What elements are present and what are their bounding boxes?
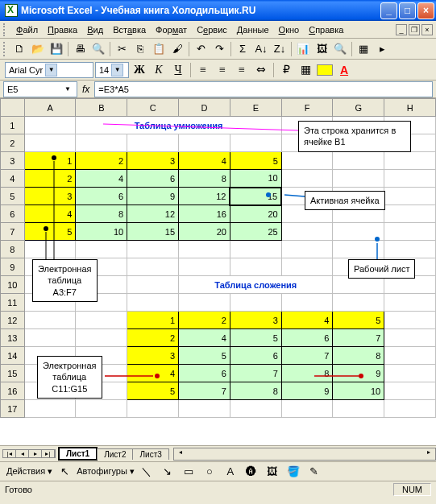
row-header-2[interactable]: 2	[1, 134, 25, 152]
row-header-17[interactable]: 17	[1, 400, 25, 418]
cell-D6[interactable]: 16	[179, 205, 230, 223]
cut-icon[interactable]: ✂	[113, 40, 131, 58]
horizontal-scrollbar[interactable]: ◂▸	[173, 448, 436, 461]
paste-icon[interactable]: 📋	[150, 40, 168, 58]
cell-H16[interactable]	[384, 382, 436, 400]
undo-icon[interactable]: ↶	[192, 40, 210, 58]
currency-icon[interactable]: ₽	[277, 61, 295, 79]
cell-E15[interactable]: 7	[230, 365, 281, 382]
font-color-icon[interactable]: A	[335, 61, 353, 79]
cell-E8[interactable]	[230, 241, 281, 258]
cell-F13[interactable]: 6	[281, 329, 333, 347]
cell-D14[interactable]: 5	[179, 347, 230, 365]
row-header-6[interactable]: 6	[1, 205, 25, 223]
cell-G13[interactable]: 7	[333, 329, 384, 347]
drawing-icon[interactable]: 🖼	[313, 40, 330, 58]
cell-D4[interactable]: 8	[179, 170, 230, 188]
sort-desc-icon[interactable]: Z↓	[271, 40, 289, 58]
menu-insert[interactable]: Вставка	[108, 23, 151, 36]
cell-G16[interactable]: 10	[333, 382, 384, 400]
toolbar-grip[interactable]	[3, 23, 8, 36]
cell-D8[interactable]	[179, 241, 230, 258]
menu-format[interactable]: Формат	[151, 23, 192, 36]
cell-B17[interactable]	[76, 400, 127, 418]
cell-B8[interactable]	[76, 241, 127, 258]
italic-button[interactable]: К	[150, 61, 168, 79]
cell-A2[interactable]	[24, 134, 76, 152]
fill-icon[interactable]: 🪣	[284, 463, 302, 481]
row-header-14[interactable]: 14	[1, 347, 25, 365]
align-right-icon[interactable]: ≡	[233, 61, 251, 79]
bold-button[interactable]: Ж	[131, 61, 148, 79]
row-header-12[interactable]: 12	[1, 312, 25, 329]
cell-H13[interactable]	[384, 329, 436, 347]
cell-D15[interactable]: 6	[179, 365, 230, 382]
row-header-3[interactable]: 3	[1, 152, 25, 170]
clipart-icon[interactable]: 🖼	[264, 463, 281, 481]
window-close-button[interactable]: ×	[417, 2, 434, 19]
cell-C5[interactable]: 9	[127, 188, 179, 205]
cell-B7[interactable]: 10	[76, 223, 127, 241]
cell-F14[interactable]: 7	[281, 347, 333, 365]
cell-C15[interactable]: 4	[127, 365, 179, 382]
cell-C6[interactable]: 12	[127, 205, 179, 223]
cell-G3[interactable]	[333, 152, 384, 170]
row-header-11[interactable]: 11	[1, 294, 25, 312]
cell-F12[interactable]: 4	[281, 312, 333, 329]
cell-G15[interactable]: 9	[333, 365, 384, 382]
cell-C12[interactable]: 1	[127, 312, 179, 329]
cell-C16[interactable]: 5	[127, 382, 179, 400]
window-maximize-button[interactable]: □	[399, 2, 416, 19]
cell-H5[interactable]	[384, 188, 436, 205]
cell-B4[interactable]: 4	[76, 170, 127, 188]
line-icon[interactable]: ＼	[138, 463, 156, 481]
row-header-13[interactable]: 13	[1, 329, 25, 347]
mdi-restore-button[interactable]: ❐	[409, 24, 420, 35]
row-header-16[interactable]: 16	[1, 382, 25, 400]
cell-G17[interactable]	[333, 400, 384, 418]
cell-G4[interactable]	[333, 170, 384, 188]
chevron-down-icon[interactable]: ▼	[45, 64, 57, 76]
select-arrow-icon[interactable]: ↖	[56, 463, 73, 481]
open-icon[interactable]: 📂	[29, 40, 47, 58]
cell-E11[interactable]	[230, 294, 281, 312]
cell-H14[interactable]	[384, 347, 436, 365]
row-header-5[interactable]: 5	[1, 188, 25, 205]
cell-H6[interactable]	[384, 205, 436, 223]
merge-center-icon[interactable]: ⇔	[252, 61, 270, 79]
cell-B13[interactable]	[76, 329, 127, 347]
window-minimize-button[interactable]: _	[380, 2, 397, 19]
chevron-down-icon[interactable]: ▼	[111, 64, 123, 76]
sort-asc-icon[interactable]: A↓	[252, 40, 270, 58]
cell-A13[interactable]	[24, 329, 76, 347]
wordart-icon[interactable]: 🅐	[243, 463, 260, 481]
cell-D12[interactable]: 2	[179, 312, 230, 329]
cell-F9[interactable]	[281, 258, 333, 276]
col-header-D[interactable]: D	[179, 99, 230, 117]
cell-C9[interactable]	[127, 258, 179, 276]
cell-G7[interactable]	[333, 223, 384, 241]
cell-F8[interactable]	[281, 241, 333, 258]
cell-D5[interactable]: 12	[179, 188, 230, 205]
textbox-icon[interactable]: A	[222, 463, 239, 481]
cell-D16[interactable]: 7	[179, 382, 230, 400]
cell-G14[interactable]: 8	[333, 347, 384, 365]
cell-B1[interactable]: Таблица умножения	[76, 117, 281, 134]
cell-C11[interactable]	[127, 294, 179, 312]
tab-sheet2[interactable]: Лист2	[97, 448, 133, 460]
tab-sheet1[interactable]: Лист1	[58, 447, 98, 461]
cell-C2[interactable]	[127, 134, 179, 152]
line-color-icon[interactable]: ✎	[305, 463, 323, 481]
cell-E3[interactable]: 5	[230, 152, 281, 170]
cell-H3[interactable]	[384, 152, 436, 170]
more-icon[interactable]: ▸	[373, 40, 391, 58]
tab-sheet3[interactable]: Лист3	[132, 448, 168, 460]
cell-A17[interactable]	[24, 400, 76, 418]
cell-D9[interactable]	[179, 258, 230, 276]
cell-B6[interactable]: 8	[76, 205, 127, 223]
row-header-10[interactable]: 10	[1, 276, 25, 294]
cell-E12[interactable]: 3	[230, 312, 281, 329]
cell-F15[interactable]: 8	[281, 365, 333, 382]
cell-F17[interactable]	[281, 400, 333, 418]
cell-D3[interactable]: 4	[179, 152, 230, 170]
